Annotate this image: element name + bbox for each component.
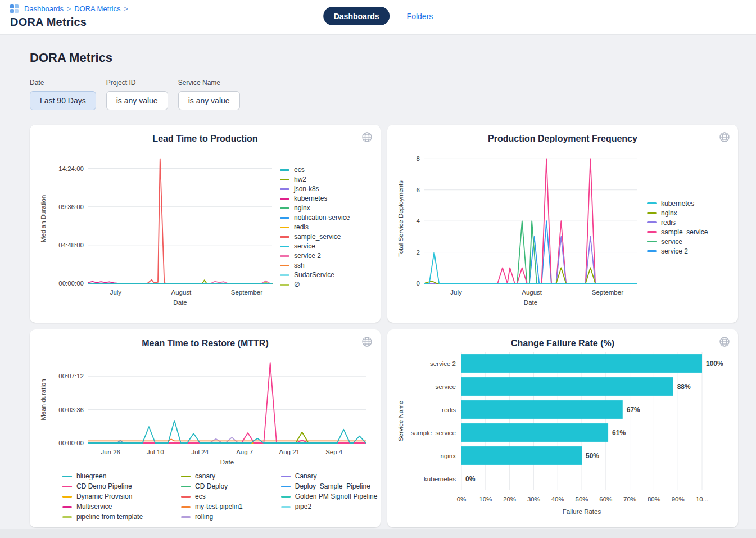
svg-text:10%: 10% (479, 496, 492, 503)
cards-grid: Lead Time to Production 00:00:0004:48:00… (30, 125, 738, 527)
legend-item: service 2 (280, 252, 350, 260)
legend-item: sample_service (647, 228, 708, 236)
legend-swatch-icon (181, 506, 191, 508)
legend-swatch-icon (62, 506, 72, 508)
svg-text:30%: 30% (527, 496, 540, 503)
svg-text:Failure Rates: Failure Rates (563, 508, 601, 515)
tab-dashboards[interactable]: Dashboards (323, 7, 390, 25)
legend-item: CD Deploy (181, 482, 243, 490)
svg-text:0%: 0% (457, 496, 467, 503)
svg-text:Total Service Deployments: Total Service Deployments (397, 180, 404, 257)
legend-swatch-icon (281, 476, 291, 477)
legend-label: redis (661, 219, 676, 227)
svg-text:Service Name: Service Name (397, 401, 404, 441)
svg-text:August: August (171, 289, 192, 296)
chart-column: 0%10%20%30%40%50%60%70%80%90%10...servic… (395, 349, 730, 521)
legend-swatch-icon (280, 198, 289, 200)
legend-swatch-icon (647, 212, 657, 214)
svg-text:50%: 50% (586, 452, 599, 460)
svg-text:Aug 7: Aug 7 (236, 449, 253, 455)
filter-service-name-label: Service Name (178, 79, 240, 87)
filter-service-name-value-button[interactable]: is any value (178, 91, 240, 110)
legend-swatch-icon (280, 169, 289, 171)
legend-item: rolling (181, 513, 243, 521)
deployment-frequency-chart: 02468JulyAugustSeptemberDateTotal Servic… (395, 145, 644, 309)
legend-swatch-icon (181, 516, 191, 518)
svg-text:Sep 4: Sep 4 (325, 449, 343, 455)
svg-text:09:36:00: 09:36:00 (58, 204, 84, 210)
svg-text:service 2: service 2 (430, 360, 456, 367)
mttr-chart: 00:00:0000:03:3600:07:12Jun 26Jul 10Jul … (38, 349, 373, 468)
card-header: Lead Time to Production (38, 130, 373, 144)
legend-item: kubernetes (647, 200, 708, 207)
svg-text:Mean duration: Mean duration (40, 379, 47, 421)
legend-swatch-icon (280, 227, 289, 228)
legend-item: service (647, 238, 708, 246)
svg-text:80%: 80% (648, 496, 660, 503)
legend-label: SudarService (294, 271, 334, 279)
legend-swatch-icon (280, 236, 289, 238)
legend-swatch-icon (181, 486, 191, 487)
breadcrumb-separator: > (67, 5, 71, 13)
globe-icon[interactable] (361, 336, 373, 350)
legend-item: ∅ (280, 281, 350, 288)
legend-label: ssh (294, 261, 305, 269)
breadcrumb-link-dora-metrics[interactable]: DORA Metrics (74, 4, 120, 13)
svg-text:88%: 88% (677, 383, 691, 391)
svg-text:Aug 21: Aug 21 (279, 449, 299, 455)
globe-icon[interactable] (719, 336, 730, 350)
legend-label: nginx (294, 204, 310, 212)
breadcrumb-link-dashboards[interactable]: Dashboards (24, 4, 64, 13)
legend-label: ecs (294, 166, 305, 174)
tab-folders[interactable]: Folders (407, 12, 433, 21)
legend-label: redis (294, 223, 309, 231)
legend-item: Canary (281, 472, 378, 480)
svg-text:0%: 0% (465, 475, 476, 483)
chart-column: 00:00:0000:03:3600:07:12Jun 26Jul 10Jul … (38, 349, 373, 521)
svg-text:July: July (110, 289, 122, 296)
svg-text:8: 8 (417, 155, 420, 162)
svg-text:70%: 70% (623, 496, 636, 503)
legend-column: CanaryDeploy_Sample_PipelineGolden PM Si… (281, 472, 378, 521)
legend-item: notification-service (280, 214, 350, 221)
legend-swatch-icon (62, 476, 72, 477)
legend-item: Deploy_Sample_Pipeline (281, 482, 378, 490)
legend-label: pipeline from template (76, 513, 143, 521)
legend-swatch-icon (280, 217, 289, 219)
filter-project-id-value-button[interactable]: is any value (106, 91, 168, 110)
legend-item: redis (647, 219, 708, 227)
svg-text:40%: 40% (551, 496, 564, 503)
card-header: Production Deployment Frequency (395, 130, 730, 144)
legend-label: CD Demo Pipeline (76, 482, 132, 490)
legend-swatch-icon (62, 486, 72, 487)
svg-text:0: 0 (417, 280, 420, 287)
svg-text:00:07:12: 00:07:12 (58, 373, 84, 379)
svg-text:00:00:00: 00:00:00 (58, 440, 84, 446)
dashboard-grid-icon (10, 4, 19, 13)
legend-label: ∅ (294, 281, 300, 288)
svg-text:sample_service: sample_service (411, 430, 456, 436)
legend-swatch-icon (280, 274, 289, 276)
chart-title: Change Failure Rate (%) (511, 338, 614, 349)
legend-label: service (661, 238, 682, 246)
change-failure-rate-chart: 0%10%20%30%40%50%60%70%80%90%10...servic… (395, 349, 730, 518)
legend-item: bluegreen (62, 472, 143, 480)
svg-text:service: service (436, 383, 456, 390)
svg-text:Median Duration: Median Duration (40, 195, 47, 242)
filter-date-label: Date (30, 79, 96, 87)
globe-icon[interactable] (361, 132, 373, 145)
legend-label: CD Deploy (195, 482, 228, 490)
globe-icon[interactable] (719, 132, 730, 145)
legend-item: Golden PM Signoff Pipeline (281, 492, 378, 500)
legend-swatch-icon (647, 250, 657, 252)
card-production-deployment-frequency: Production Deployment Frequency 02468Jul… (387, 125, 738, 323)
legend-label: notification-service (294, 214, 350, 221)
chart-title: Lead Time to Production (152, 134, 257, 144)
chart-row: 00:00:0004:48:0009:36:0014:24:00JulyAugu… (38, 145, 373, 309)
svg-text:50%: 50% (575, 496, 588, 503)
legend-item: service 2 (647, 247, 708, 255)
legend-item: redis (280, 223, 350, 231)
card-change-failure-rate: Change Failure Rate (%) 0%10%20%30%40%50… (387, 329, 738, 527)
filter-date-value-button[interactable]: Last 90 Days (30, 91, 96, 110)
svg-text:10...: 10... (696, 496, 708, 503)
